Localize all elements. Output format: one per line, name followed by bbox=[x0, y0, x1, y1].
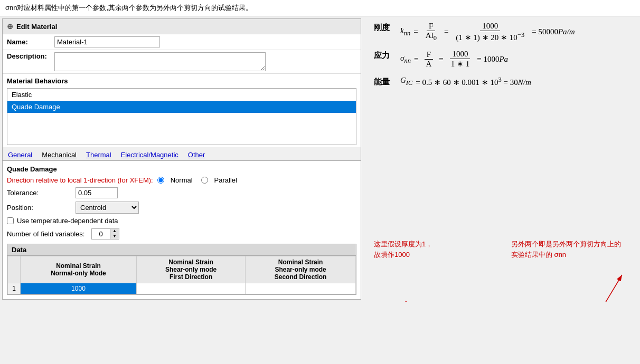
direction-radio-group: Normal Parallel bbox=[157, 176, 239, 184]
name-label: Name: bbox=[7, 38, 54, 46]
data-section-header: Data bbox=[7, 244, 356, 256]
tab-general[interactable]: General bbox=[7, 149, 33, 160]
cell-col3[interactable] bbox=[246, 283, 356, 294]
description-input[interactable] bbox=[54, 52, 266, 71]
stress-formula-row: 应力 σnn = F A = 1000 1 ∗ 1 = 1000Pa bbox=[374, 50, 629, 69]
stiffness-formula-row: 刚度 knn = F Al0 = 1000 (1 ∗ 1) ∗ 20 ∗ 10−… bbox=[374, 22, 629, 42]
behaviors-list: Elastic Quade Damage bbox=[7, 88, 356, 145]
radio-parallel-label: Parallel bbox=[214, 176, 237, 184]
energy-label: 能量 bbox=[374, 76, 400, 87]
name-row: Name: bbox=[3, 34, 361, 50]
stiffness-label: 刚度 bbox=[374, 22, 400, 33]
stress-formula: σnn = F A = 1000 1 ∗ 1 = 1000Pa bbox=[400, 50, 508, 69]
table-row: 1 1000 bbox=[8, 283, 356, 294]
tab-bar: General Mechanical Thermal Electrical/Ma… bbox=[3, 147, 361, 161]
field-vars-row: Number of field variables: ▲ ▼ bbox=[7, 228, 356, 240]
radio-normal[interactable] bbox=[157, 177, 164, 184]
top-note: σnn对应材料属性中的第一个参数,其余两个参数为另外两个剪切方向的试验结果。 bbox=[0, 0, 640, 16]
direction-row: Direction relative to local 1-direction … bbox=[7, 176, 356, 184]
tolerance-input[interactable] bbox=[76, 187, 118, 198]
right-panel: 刚度 knn = F Al0 = 1000 (1 ∗ 1) ∗ 20 ∗ 10−… bbox=[363, 16, 640, 302]
svg-line-2 bbox=[590, 275, 622, 302]
position-row: Position: Centroid Integration Point bbox=[7, 202, 356, 214]
position-label: Position: bbox=[7, 204, 76, 212]
tab-electrical-magnetic[interactable]: Electrical/Magnetic bbox=[120, 149, 180, 160]
radio-parallel[interactable] bbox=[201, 177, 208, 184]
energy-formula: GIC = 0.5 ∗ 60 ∗ 0.001 ∗ 103 = 30N/m bbox=[400, 76, 531, 87]
edit-material-title: Edit Material bbox=[16, 23, 57, 31]
annotation-2: 另外两个即是另外两个剪切方向上的 实验结果中的 σnn bbox=[511, 239, 621, 260]
col-num-header bbox=[8, 256, 21, 283]
name-input[interactable] bbox=[54, 36, 160, 47]
tab-thermal[interactable]: Thermal bbox=[85, 149, 112, 160]
cell-col2[interactable] bbox=[136, 283, 245, 294]
edit-material-panel: ⊕ Edit Material Name: Description: Mater… bbox=[2, 18, 361, 300]
col1-header: Nominal StrainNormal-only Mode bbox=[21, 256, 137, 283]
position-select[interactable]: Centroid Integration Point bbox=[76, 202, 139, 214]
field-vars-spinner: ▲ ▼ bbox=[91, 228, 119, 240]
row-num: 1 bbox=[8, 283, 21, 294]
temp-dependent-row: Use temperature-dependent data bbox=[7, 217, 356, 225]
spin-up-button[interactable]: ▲ bbox=[110, 228, 119, 234]
stress-label: 应力 bbox=[374, 50, 400, 61]
annotation-1: 这里假设厚度为1， 故填作1000 bbox=[374, 239, 432, 260]
temp-dependent-label: Use temperature-dependent data bbox=[17, 217, 118, 225]
field-vars-input[interactable] bbox=[91, 228, 110, 240]
cell-col1[interactable]: 1000 bbox=[21, 283, 137, 294]
tab-mechanical[interactable]: Mechanical bbox=[41, 149, 78, 160]
edit-material-header: ⊕ Edit Material bbox=[3, 19, 361, 34]
edit-material-icon: ⊕ bbox=[7, 22, 13, 31]
data-section: Data Nominal StrainNormal-only Mode Nomi… bbox=[7, 244, 356, 295]
spin-down-button[interactable]: ▼ bbox=[110, 234, 119, 239]
stiffness-formula: knn = F Al0 = 1000 (1 ∗ 1) ∗ 20 ∗ 10−3 =… bbox=[400, 22, 575, 42]
material-behaviors-section-label: Material Behaviors bbox=[3, 74, 361, 86]
field-vars-label: Number of field variables: bbox=[7, 230, 91, 238]
content-area: Quade Damage Direction relative to local… bbox=[3, 161, 361, 299]
quade-damage-title: Quade Damage bbox=[7, 165, 356, 173]
tolerance-row: Tolerance: bbox=[7, 187, 356, 198]
tolerance-label: Tolerance: bbox=[7, 189, 76, 197]
description-label: Description: bbox=[7, 52, 54, 60]
radio-normal-label: Normal bbox=[171, 176, 193, 184]
spin-buttons: ▲ ▼ bbox=[110, 228, 119, 240]
behavior-quade-damage[interactable]: Quade Damage bbox=[7, 101, 356, 113]
temp-dependent-checkbox[interactable] bbox=[7, 217, 14, 224]
material-behaviors-label: Material Behaviors bbox=[7, 77, 68, 85]
energy-formula-row: 能量 GIC = 0.5 ∗ 60 ∗ 0.001 ∗ 103 = 30N/m bbox=[374, 76, 629, 87]
description-row: Description: bbox=[3, 50, 361, 74]
svg-line-0 bbox=[406, 301, 440, 302]
col2-header: Nominal StrainShear-only modeFirst Direc… bbox=[136, 256, 245, 283]
behavior-elastic[interactable]: Elastic bbox=[7, 89, 356, 101]
tab-other[interactable]: Other bbox=[187, 149, 206, 160]
direction-label: Direction relative to local 1-direction … bbox=[7, 176, 153, 184]
col3-header: Nominal StrainShear-only modeSecond Dire… bbox=[246, 256, 356, 283]
data-table: Nominal StrainNormal-only Mode Nominal S… bbox=[7, 256, 356, 294]
top-note-text: σnn对应材料属性中的第一个参数,其余两个参数为另外两个剪切方向的试验结果。 bbox=[5, 4, 252, 12]
